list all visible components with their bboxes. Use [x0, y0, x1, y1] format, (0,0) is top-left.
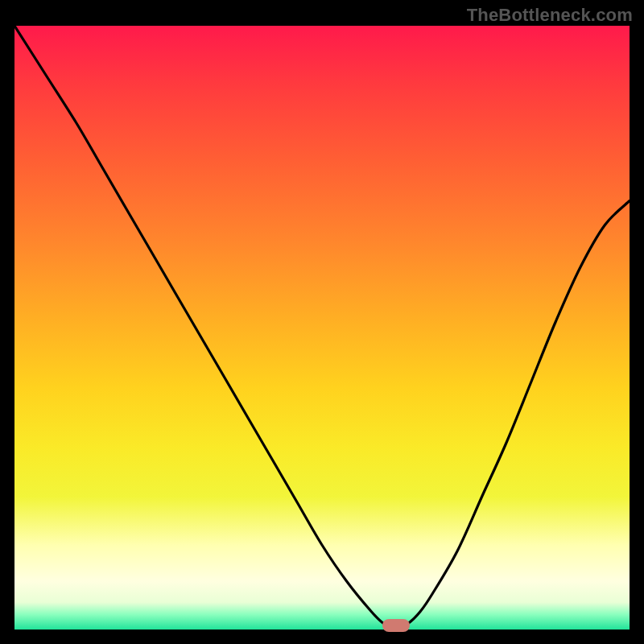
watermark-text: TheBottleneck.com — [467, 5, 633, 26]
optimal-point-marker — [382, 619, 410, 632]
plot-area — [14, 26, 630, 630]
bottleneck-curve — [14, 26, 630, 630]
chart-frame: TheBottleneck.com — [0, 0, 644, 644]
